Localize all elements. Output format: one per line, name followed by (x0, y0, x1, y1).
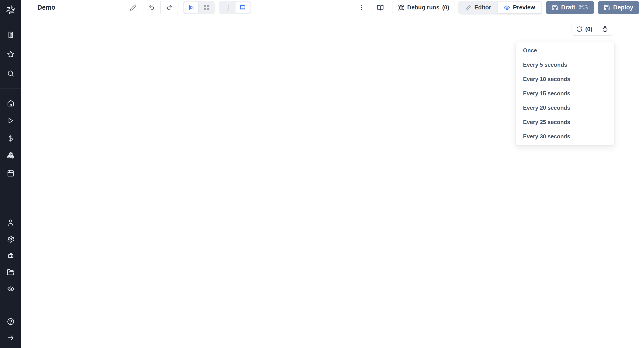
sidebar-item-search[interactable] (4, 69, 18, 78)
docs-button[interactable] (372, 1, 389, 14)
help-circle-icon (7, 318, 14, 325)
refresh-interval-menu: Once Every 5 seconds Every 10 seconds Ev… (516, 41, 614, 145)
desktop-view-button[interactable] (236, 2, 250, 13)
refresh-count: (0) (585, 26, 592, 33)
sidebar-item-settings[interactable] (4, 235, 18, 244)
deploy-label: Deploy (613, 4, 633, 11)
topbar-right-tools: Debug runs (0) Editor Preview (357, 0, 639, 15)
preview-mode-label: Preview (513, 4, 535, 11)
menu-item-every-30s[interactable]: Every 30 seconds (516, 129, 614, 143)
menu-item-every-25s[interactable]: Every 25 seconds (516, 115, 614, 129)
menu-item-every-5s[interactable]: Every 5 seconds (516, 58, 614, 72)
laptop-icon (239, 4, 246, 11)
redo-icon (166, 5, 173, 11)
debug-runs-label: Debug runs (407, 4, 440, 11)
debug-runs-button[interactable]: Debug runs (0) (392, 1, 455, 14)
align-horizontal-center-icon (188, 5, 194, 11)
page-title: Demo (37, 4, 56, 11)
topbar: Demo (21, 0, 644, 15)
eye-icon (7, 285, 14, 293)
star-icon (7, 50, 14, 58)
sidebar-item-resources[interactable] (4, 151, 18, 160)
save-icon (552, 5, 558, 11)
windmill-logo-icon (5, 5, 16, 16)
sidebar-admin-section (0, 218, 21, 293)
arrow-right-icon (7, 334, 14, 341)
menu-item-once[interactable]: Once (516, 43, 614, 58)
refresh-components-button[interactable]: (0) (572, 23, 597, 35)
building-icon (7, 31, 14, 39)
refresh-icon (576, 26, 582, 32)
sidebar-expand-button[interactable] (4, 333, 18, 342)
user-icon (7, 219, 14, 226)
center-canvas-button[interactable] (184, 2, 198, 13)
boxes-icon (7, 152, 14, 159)
eye-icon (504, 4, 510, 11)
home-icon (7, 99, 14, 107)
app-canvas: (0) Once Every 5 seconds Every 10 second… (21, 15, 644, 348)
debug-runs-count: (0) (442, 4, 449, 11)
preview-mode-button[interactable]: Preview (498, 2, 541, 14)
editor-preview-toggle: Editor Preview (458, 1, 542, 15)
undo-icon (148, 5, 155, 11)
refresh-interval-button[interactable] (597, 23, 613, 35)
sidebar (0, 0, 21, 348)
sidebar-item-help[interactable] (4, 317, 18, 326)
sidebar-footer-section (0, 317, 21, 348)
sidebar-primary-section (0, 88, 21, 178)
draft-label: Draft (561, 4, 575, 11)
calendar-icon (7, 169, 14, 177)
main-area: Demo (21, 0, 644, 348)
sidebar-item-users[interactable] (4, 218, 18, 227)
undo-redo-group (143, 1, 178, 14)
bot-icon (7, 252, 14, 260)
editor-mode-label: Editor (474, 4, 491, 11)
save-icon (604, 5, 610, 11)
sidebar-workspace-section (0, 20, 21, 88)
sidebar-item-variables[interactable] (4, 134, 18, 143)
sidebar-item-workspace[interactable] (4, 31, 18, 39)
sidebar-item-workers[interactable] (4, 251, 18, 260)
settings-icon (7, 235, 14, 243)
sidebar-item-folders[interactable] (4, 268, 18, 277)
sidebar-item-schedules[interactable] (4, 169, 18, 178)
pencil-icon (130, 4, 136, 11)
search-icon (7, 70, 14, 77)
more-options-button[interactable] (357, 3, 366, 13)
topbar-center-tools (128, 0, 251, 15)
menu-item-every-10s[interactable]: Every 10 seconds (516, 72, 614, 86)
book-open-icon (377, 4, 384, 11)
kebab-icon (358, 5, 364, 11)
bug-icon (398, 4, 404, 11)
folder-open-icon (7, 268, 14, 276)
menu-item-every-20s[interactable]: Every 20 seconds (516, 101, 614, 115)
refresh-controls: (0) (572, 23, 613, 36)
menu-item-every-15s[interactable]: Every 15 seconds (516, 86, 614, 101)
sidebar-item-runs[interactable] (4, 116, 18, 125)
sidebar-item-audit-logs[interactable] (4, 284, 18, 293)
timer-reset-icon (602, 26, 608, 33)
dollar-icon (7, 134, 14, 142)
mobile-view-button[interactable] (220, 2, 234, 13)
expand-canvas-button[interactable] (199, 2, 214, 13)
smartphone-icon (224, 5, 230, 11)
play-icon (7, 117, 14, 124)
undo-button[interactable] (143, 1, 160, 14)
save-draft-button[interactable]: Draft ⌘S (546, 1, 594, 14)
expand-icon (204, 5, 210, 11)
draft-shortcut: ⌘S (578, 4, 588, 11)
windmill-logo[interactable] (0, 0, 21, 20)
redo-button[interactable] (160, 1, 178, 14)
sidebar-item-home[interactable] (4, 99, 18, 108)
canvas-layout-toggle (183, 1, 215, 14)
pencil-icon (465, 5, 472, 11)
device-preview-toggle (219, 1, 251, 14)
rename-app-button[interactable] (128, 3, 138, 13)
sidebar-item-favorites[interactable] (4, 50, 18, 59)
editor-mode-button[interactable]: Editor (460, 2, 497, 14)
deploy-button[interactable]: Deploy (598, 1, 639, 14)
